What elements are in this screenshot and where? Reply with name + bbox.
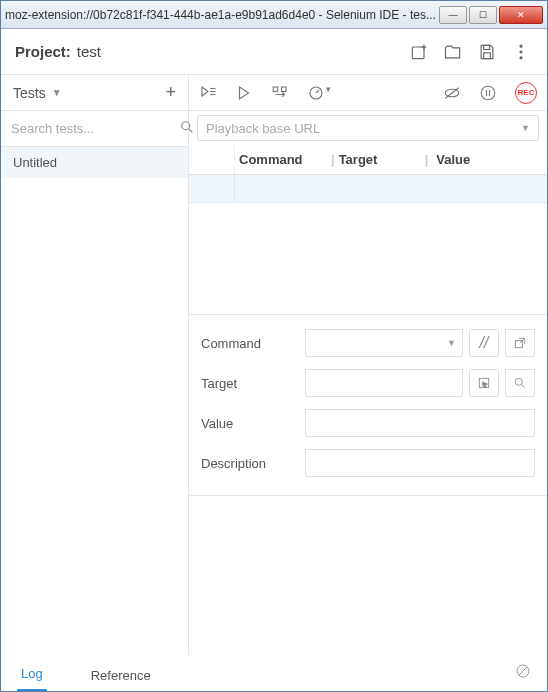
col-value: Value xyxy=(432,152,547,167)
chevron-down-icon: ▼ xyxy=(52,87,62,98)
table-row[interactable] xyxy=(189,175,547,203)
step-over-icon[interactable] xyxy=(271,84,289,102)
base-url-placeholder: Playback base URL xyxy=(206,121,320,136)
run-current-icon[interactable] xyxy=(235,84,253,102)
tests-dropdown[interactable]: Tests ▼ + xyxy=(1,75,188,111)
tab-reference[interactable]: Reference xyxy=(87,660,155,691)
main-panel: ▾ REC Playback base URL ▼ Command | xyxy=(189,75,547,655)
toggle-comment-button[interactable]: // xyxy=(469,329,499,357)
search-tests-input[interactable] xyxy=(11,121,179,136)
toolbar: ▾ REC xyxy=(189,75,547,111)
svg-rect-3 xyxy=(484,45,490,49)
svg-marker-27 xyxy=(483,382,488,388)
command-select[interactable]: ▼ xyxy=(305,329,463,357)
tests-list: Untitled xyxy=(1,147,188,655)
select-target-button[interactable] xyxy=(469,369,499,397)
close-button[interactable]: ✕ xyxy=(499,6,543,24)
col-target: Target xyxy=(339,152,421,167)
svg-rect-16 xyxy=(282,87,287,92)
find-target-button[interactable] xyxy=(505,369,535,397)
svg-point-5 xyxy=(520,45,522,47)
svg-line-31 xyxy=(519,667,527,675)
open-new-window-button[interactable] xyxy=(505,329,535,357)
more-menu-icon[interactable] xyxy=(509,40,533,64)
svg-rect-0 xyxy=(412,47,424,59)
record-button[interactable]: REC xyxy=(515,82,537,104)
open-project-icon[interactable] xyxy=(441,40,465,64)
command-table-header: Command | Target | Value xyxy=(189,145,547,175)
svg-marker-10 xyxy=(202,87,208,96)
label-value: Value xyxy=(201,416,305,431)
window-buttons: — ☐ ✕ xyxy=(439,6,543,24)
project-name[interactable]: test xyxy=(77,43,101,60)
test-item[interactable]: Untitled xyxy=(1,147,188,178)
search-tests-wrap xyxy=(1,111,188,147)
col-command: Command xyxy=(235,152,327,167)
svg-point-28 xyxy=(515,378,522,385)
svg-line-18 xyxy=(316,90,319,93)
label-command: Command xyxy=(201,336,305,351)
svg-line-29 xyxy=(522,385,525,388)
app-body: Project: test Tests ▼ + Untitled xyxy=(1,29,547,691)
header-bar: Project: test xyxy=(1,29,547,75)
svg-rect-4 xyxy=(484,52,491,58)
save-project-icon[interactable] xyxy=(475,40,499,64)
bottom-panel: Log Reference xyxy=(1,655,547,691)
value-input[interactable] xyxy=(305,409,535,437)
main-split: Tests ▼ + Untitled ▾ xyxy=(1,75,547,655)
run-all-icon[interactable] xyxy=(199,84,217,102)
base-url-input[interactable]: Playback base URL ▼ xyxy=(197,115,539,141)
svg-point-21 xyxy=(481,86,495,100)
chevron-down-icon: ▼ xyxy=(521,123,530,133)
svg-point-6 xyxy=(520,51,522,53)
new-project-icon[interactable] xyxy=(407,40,431,64)
svg-point-7 xyxy=(520,56,522,58)
target-input[interactable] xyxy=(305,369,463,397)
window-titlebar: moz-extension://0b72c81f-f341-444b-ae1a-… xyxy=(1,1,547,29)
bottom-tabs: Log Reference xyxy=(1,655,547,691)
tab-log[interactable]: Log xyxy=(17,658,47,691)
project-label: Project: xyxy=(15,43,71,60)
svg-rect-15 xyxy=(273,87,278,92)
add-test-button[interactable]: + xyxy=(165,82,176,103)
command-form: Command ▼ // Target xyxy=(189,315,547,496)
speed-icon[interactable]: ▾ xyxy=(307,84,331,102)
minimize-button[interactable]: — xyxy=(439,6,467,24)
gutter-col xyxy=(189,145,235,174)
window-title: moz-extension://0b72c81f-f341-444b-ae1a-… xyxy=(5,8,439,22)
clear-log-icon[interactable] xyxy=(515,655,531,691)
label-description: Description xyxy=(201,456,305,471)
svg-marker-14 xyxy=(240,87,249,99)
maximize-button[interactable]: ☐ xyxy=(469,6,497,24)
description-input[interactable] xyxy=(305,449,535,477)
url-bar: Playback base URL ▼ xyxy=(189,111,547,145)
disable-breakpoints-icon[interactable] xyxy=(443,84,461,102)
command-table[interactable] xyxy=(189,175,547,315)
sidebar: Tests ▼ + Untitled xyxy=(1,75,189,655)
pause-icon[interactable] xyxy=(479,84,497,102)
app-window: moz-extension://0b72c81f-f341-444b-ae1a-… xyxy=(0,0,548,692)
tests-label: Tests xyxy=(13,85,46,101)
label-target: Target xyxy=(201,376,305,391)
